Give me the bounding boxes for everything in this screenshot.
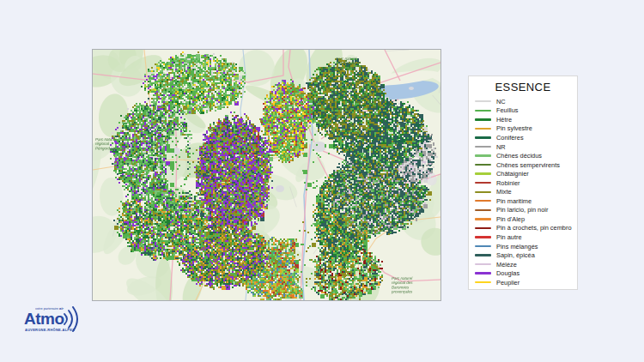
legend-swatch bbox=[475, 272, 491, 274]
legend-item-chataignier: Châtaignier bbox=[469, 169, 577, 178]
legend-label: Conifères bbox=[496, 134, 524, 142]
legend-label: Mélèze bbox=[496, 261, 517, 268]
atmo-logo: votre partenaire air Atmo AUVERGNE-RHÔNE… bbox=[24, 305, 93, 341]
legend-item-chenes_sempervirents: Chênes sempervirents bbox=[469, 160, 577, 170]
legend-swatch bbox=[475, 281, 491, 283]
legend-label: Feuillus bbox=[496, 106, 518, 114]
legend-item-pin_autre: Pin autre bbox=[469, 232, 577, 242]
legend-swatch bbox=[475, 164, 491, 166]
legend-label: Chênes sempervirents bbox=[496, 161, 560, 169]
legend-label: Douglas bbox=[496, 269, 519, 277]
legend-label: Châtaignier bbox=[496, 170, 529, 178]
legend-item-mixte: Mixte bbox=[469, 187, 577, 196]
legend-item-pin_alep: Pin d'Alep bbox=[469, 214, 577, 224]
legend-item-nr: NR bbox=[469, 142, 577, 152]
legend-rows: NCFeuillusHêtrePin sylvestreConifèresNRC… bbox=[469, 97, 577, 287]
legend-label: Pin sylvestre bbox=[496, 124, 532, 132]
legend-swatch bbox=[475, 146, 491, 148]
legend-title: ESSENCE bbox=[469, 81, 577, 94]
legend-item-pins_melanges: Pins mélangés bbox=[469, 242, 577, 251]
legend-label: Pin autre bbox=[496, 233, 522, 241]
legend-swatch bbox=[475, 128, 491, 130]
legend-item-meleze: Mélèze bbox=[469, 260, 577, 269]
legend-swatch bbox=[475, 227, 491, 229]
legend-swatch bbox=[475, 200, 491, 202]
legend-label: Pins mélangés bbox=[496, 243, 538, 250]
legend-label: Pin d'Alep bbox=[496, 215, 525, 223]
legend-item-sapin_epicea: Sapin, épicéa bbox=[469, 250, 577, 260]
forest-essence-map-canvas[interactable] bbox=[93, 50, 440, 300]
region-map[interactable] bbox=[92, 49, 441, 301]
legend-swatch bbox=[475, 154, 491, 156]
legend-swatch bbox=[475, 100, 491, 102]
legend-label: NR bbox=[496, 143, 506, 151]
legend-item-robinier: Robinier bbox=[469, 178, 577, 188]
legend-swatch bbox=[475, 209, 491, 211]
legend-swatch bbox=[475, 236, 491, 238]
legend-label: Robinier bbox=[496, 179, 520, 187]
legend-item-feuillus: Feuillus bbox=[469, 106, 577, 116]
legend-swatch bbox=[475, 254, 491, 256]
legend-item-hetre: Hêtre bbox=[469, 115, 577, 124]
legend-label: Pin laricio, pin noir bbox=[496, 206, 548, 214]
legend-swatch bbox=[475, 182, 491, 184]
legend-item-pin_laricio: Pin laricio, pin noir bbox=[469, 206, 577, 215]
legend-label: Hêtre bbox=[496, 116, 512, 124]
logo-wordmark: Atmo bbox=[24, 311, 64, 327]
legend-label: Peuplier bbox=[496, 279, 519, 287]
legend-swatch bbox=[475, 118, 491, 120]
legend-panel: ESSENCE NCFeuillusHêtrePin sylvestreConi… bbox=[468, 75, 578, 290]
legend-label: Chênes décidus bbox=[496, 152, 542, 160]
legend-swatch bbox=[475, 110, 491, 112]
legend-item-chenes_decidus: Chênes décidus bbox=[469, 151, 577, 160]
legend-label: Mixte bbox=[496, 188, 512, 196]
legend-swatch bbox=[475, 191, 491, 193]
legend-item-nc: NC bbox=[469, 97, 577, 106]
legend-item-pin_maritime: Pin maritime bbox=[469, 196, 577, 206]
legend-swatch bbox=[475, 263, 491, 265]
legend-label: Pin à crochets, pin cembro bbox=[496, 224, 572, 232]
legend-label: Sapin, épicéa bbox=[496, 251, 535, 259]
legend-item-peuplier: Peuplier bbox=[469, 278, 577, 287]
legend-item-douglas: Douglas bbox=[469, 268, 577, 278]
legend-label: NC bbox=[496, 98, 506, 106]
legend-swatch bbox=[475, 245, 491, 247]
logo-region-name: AUVERGNE-RHÔNE-ALPES bbox=[25, 328, 75, 332]
legend-swatch bbox=[475, 218, 491, 220]
legend-swatch bbox=[475, 172, 491, 174]
legend-label: Pin maritime bbox=[496, 197, 532, 205]
legend-swatch bbox=[475, 136, 491, 138]
legend-item-pin_sylvestre: Pin sylvestre bbox=[469, 124, 577, 134]
legend-item-pin_crochets: Pin à crochets, pin cembro bbox=[469, 224, 577, 233]
legend-item-coniferes: Conifères bbox=[469, 133, 577, 142]
